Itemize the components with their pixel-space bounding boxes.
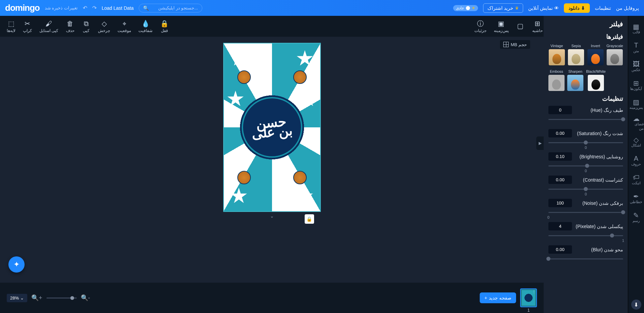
rail-icon: 🏷 [633,174,640,181]
rail-رسم[interactable]: ✎رسم [629,208,644,226]
search-input[interactable] [151,5,198,10]
setting-input[interactable] [548,176,572,184]
filter-sharpen[interactable]: Sharpen [567,69,583,91]
filter-emboss[interactable]: Emboss [548,69,565,91]
rail-label: اشکال [631,143,641,148]
rail-خطاطی[interactable]: ✒خطاطی [629,189,644,207]
zoom-slider[interactable] [46,298,77,299]
slider[interactable] [548,116,623,123]
filter-name: Grayscale [606,44,623,48]
rail-download-icon[interactable]: ⬇ [631,300,641,310]
tool-icon: ⬚ [8,20,14,28]
rail-فضای من[interactable]: ☁فضای من [629,114,644,132]
zoom-out-icon[interactable]: 🔍- [81,294,90,302]
setting-row: پیکسلی شدن (Pixelate)1 [548,222,623,239]
rail-icon: ▨ [633,98,639,105]
rail-icon: ✒ [633,192,639,200]
buy-subscription-button[interactable]: ♛خرید اشتراک [483,3,523,13]
filter-vintage[interactable]: Vintage [548,44,565,65]
tool-موقعیت[interactable]: ⌖موقعیت [114,18,134,35]
tool-جزئیات[interactable]: ⓘجزئیات [471,18,490,35]
load-last-data-button[interactable]: Load Last Data [102,5,134,11]
rail-حروف[interactable]: Aحروف [629,151,644,169]
filter-grayscale[interactable]: Grayscale [606,44,623,65]
slider[interactable]: 0 [548,163,623,169]
rail-icon: ✎ [633,211,639,219]
slider[interactable]: 1 [548,232,623,239]
tool-icon: ✂ [25,20,30,28]
tool-label: لایه‌ها [7,28,15,33]
tool-کپی[interactable]: ⧉کپی [78,18,94,35]
filter-thumb [587,49,604,65]
rail-اتیکت[interactable]: 🏷اتیکت [629,170,644,188]
filter-black/white[interactable]: Black/White [586,69,606,91]
panel-title: فیلتر [548,20,623,28]
profile-link[interactable]: پروفایل من [616,5,639,11]
new-page-button[interactable]: +صفحه جدید [480,292,516,303]
tool-label: کپی استایل [39,28,58,33]
settings-link[interactable]: تنظیمات [595,5,611,11]
rail-عکس[interactable]: 🖼عکس [629,57,644,75]
rail-متن[interactable]: Tمتن [629,38,644,56]
tool-شفافیت[interactable]: 💧شفافیت [135,18,156,35]
filter-invert[interactable]: Invert [587,44,604,65]
tool-کپی استایل[interactable]: 🖌کپی استایل [36,18,62,35]
filter-thumb [549,49,565,65]
rail-label: فضای من [629,122,644,131]
tool-قفل[interactable]: 🔒قفل [157,18,172,35]
canvas-area[interactable]: حجم MB حسنبن علی 🔒 ⌄ [0,37,544,283]
setting-input[interactable] [548,106,572,114]
rail-label: آیکون‌ها [630,87,642,91]
slider[interactable]: 0 [548,209,623,216]
slider[interactable]: 0 [548,139,623,146]
rail-آیکون‌ها[interactable]: ⊞آیکون‌ها [629,76,644,94]
setting-row: کنتراست (Contrast)0 [548,176,623,193]
redo-icon[interactable]: ↷ [92,5,97,11]
setting-input[interactable] [548,222,572,230]
preview-link[interactable]: 👁 نمایش آنلاین [528,5,559,11]
setting-input[interactable] [548,129,572,137]
tool-پس‌زمینه[interactable]: ▣پس‌زمینه [490,18,512,35]
rail-label: خطاطی [630,200,642,204]
page-menu-icon[interactable]: ⋮ [532,290,536,293]
search-box[interactable]: 🔍 [139,4,202,12]
tool-لایه‌ها[interactable]: ⬚لایه‌ها [3,18,19,35]
zoom-value[interactable]: 28% ⌄ [7,294,27,302]
filter-panel: فیلتر فیلترها VintageSepiaInvertGrayscal… [544,16,628,313]
slider[interactable] [548,256,623,262]
zoom-in-icon[interactable]: 🔍+ [31,294,42,302]
tool-blank[interactable]: ▢ [513,18,528,35]
filter-name: Vintage [550,44,563,48]
download-button[interactable]: ⬇دانلود [564,3,590,13]
rail-icon: A [634,155,638,162]
tool-icon: ◇ [102,20,107,28]
undo-icon[interactable]: ↶ [83,5,87,11]
lock-icon[interactable]: 🔒 [305,214,314,224]
filter-name: Sharpen [568,69,582,73]
slider[interactable]: 0 [548,186,623,193]
rail-قالب[interactable]: ▦قالب [629,19,644,37]
expand-down-icon[interactable]: ⌄ [270,213,274,219]
setting-input[interactable] [548,152,572,161]
page-thumbnail[interactable]: ⋮ 1 [520,288,537,307]
rail-پس‌زمینه[interactable]: ▨پس‌زمینه [629,95,644,113]
filter-sepia[interactable]: Sepia [568,44,584,65]
tool-label: پس‌زمینه [494,28,509,33]
rail-اشکال[interactable]: ◇اشکال [629,132,644,151]
magic-fab-button[interactable]: ✦ [8,256,25,273]
artboard[interactable]: حسنبن علی [223,43,321,212]
setting-input[interactable] [548,199,572,207]
tool-کراپ[interactable]: ✂کراپ [20,18,35,35]
panel-collapse-button[interactable]: ▶ [536,136,544,150]
size-badge[interactable]: حجم MB [500,40,530,49]
tool-چرخش[interactable]: ◇چرخش [95,18,113,35]
filter-thumb [548,75,565,91]
tool-حذف[interactable]: 🗑حذف [62,18,78,35]
setting-row: برفکی شدن (Noise)0 [548,199,623,216]
rail-icon: 🖼 [633,60,640,68]
save-status: تغییرات ذخیره شد [45,5,78,10]
theme-toggle[interactable]: ☀عادی [453,5,478,11]
setting-input[interactable] [548,245,572,254]
filter-name: Black/White [586,69,606,73]
filter-thumb [588,75,604,91]
